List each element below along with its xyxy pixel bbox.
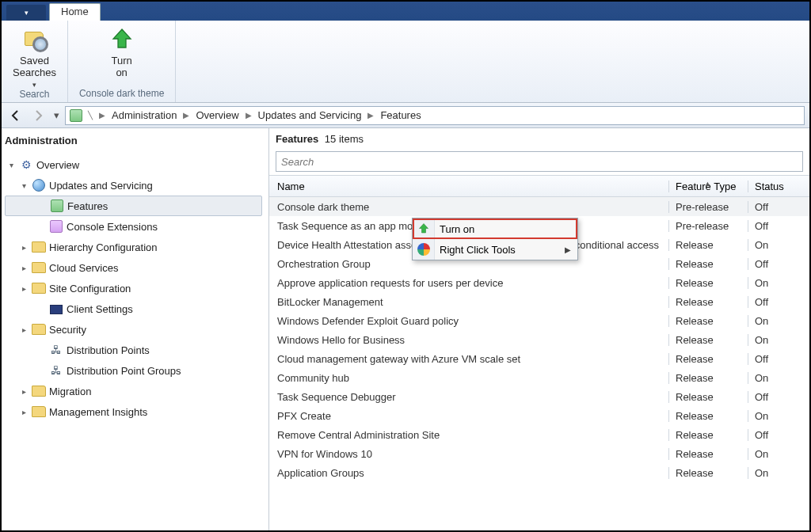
right-click-tools-icon [416,241,432,257]
cell-status: On [748,239,809,251]
extensions-icon [49,219,63,234]
nav-history-button[interactable]: ▾ [51,106,62,125]
cell-type: Release [668,334,748,346]
cell-status: On [748,410,809,422]
tree-node-security[interactable]: ▸Security [5,319,268,340]
folder-icon [32,260,46,275]
titlebar-tabstrip: ▾ Home [2,2,809,21]
cell-name: Windows Defender Exploit Guard policy [269,315,668,327]
table-row[interactable]: Approve application requests for users p… [269,273,809,292]
nav-back-button[interactable] [6,106,25,125]
breadcrumb-item-administration[interactable]: Administration [110,109,178,121]
chevron-right-icon[interactable]: ▶ [181,111,191,120]
cell-type: Release [668,239,748,251]
table-row[interactable]: BitLocker ManagementReleaseOff [269,292,809,311]
folder-icon [32,405,46,419]
search-input[interactable] [276,156,802,168]
tree-node-cloud[interactable]: ▸Cloud Services [5,257,268,278]
ribbon: Saved Searches ▾ Search Turn on Console … [2,21,809,103]
context-item-right-click-tools[interactable]: Right Click Tools ▶ [413,239,577,260]
table-row[interactable]: Windows Defender Exploit Guard policyRel… [269,311,809,330]
tree-node-site-config[interactable]: ▸Site Configuration [5,278,268,298]
cell-type: Release [668,429,748,441]
table-row[interactable]: VPN for Windows 10ReleaseOn [269,444,809,463]
navigation-tree: Administration ▾⚙Overview ▾Updates and S… [2,128,269,530]
cell-type: Pre-release [668,201,748,213]
updates-icon [32,178,46,192]
table-row[interactable]: Task Sequence DebuggerReleaseOff [269,387,809,406]
cell-type: Release [668,315,748,327]
breadcrumb-item-overview[interactable]: Overview [194,109,240,121]
breadcrumb-item-features[interactable]: Features [379,109,422,121]
context-menu: Turn on Right Click Tools ▶ [412,218,578,260]
breadcrumb-item-updates[interactable]: Updates and Servicing [257,109,364,121]
saved-searches-button[interactable]: Saved Searches ▾ [13,24,56,89]
sort-asc-icon: ▲ [704,180,711,188]
distribution-points-icon: 🖧 [49,343,63,357]
content-pane: Features 15 items Name Feature Type▲ Sta… [269,128,809,530]
breadcrumb-sep-icon: ╲ [86,111,94,120]
table-row[interactable]: Community hubReleaseOn [269,368,809,387]
tab-home[interactable]: Home [49,3,101,21]
tree-node-overview[interactable]: ▾⚙Overview [5,154,268,175]
overview-icon: ⚙ [19,158,33,172]
cell-type: Release [668,391,748,403]
ribbon-group-label-dark-theme: Console dark theme [79,88,164,101]
table-row[interactable]: Windows Hello for BusinessReleaseOn [269,330,809,349]
cell-status: Off [748,296,809,308]
cell-status: On [748,277,809,289]
ribbon-group-search: Saved Searches ▾ Search [2,21,68,102]
cell-status: On [748,315,809,327]
table-row[interactable]: PFX CreateReleaseOn [269,406,809,425]
submenu-arrow-icon: ▶ [565,245,571,254]
client-settings-icon [49,302,63,316]
breadcrumb[interactable]: ╲ ▶ Administration ▶ Overview ▶ Updates … [65,106,805,125]
table-row[interactable]: Console dark themePre-releaseOff [269,197,809,216]
chevron-right-icon[interactable]: ▶ [366,111,375,120]
table-row[interactable]: Application GroupsReleaseOn [269,463,809,482]
tree-node-client-settings[interactable]: Client Settings [5,298,268,319]
cell-status: Off [748,353,809,365]
col-header-name[interactable]: Name [269,180,668,192]
cell-status: On [748,372,809,384]
search-box[interactable] [276,151,803,172]
tree-node-features[interactable]: Features [5,196,262,216]
nav-forward-button[interactable] [29,106,48,125]
cell-status: Off [748,429,809,441]
tree-node-updates[interactable]: ▾Updates and Servicing [5,175,268,196]
tree-node-insights[interactable]: ▸Management Insights [5,401,268,422]
cell-type: Release [668,296,748,308]
cell-type: Release [668,448,748,460]
cell-name: Approve application requests for users p… [269,277,668,289]
cell-type: Release [668,277,748,289]
distribution-groups-icon: 🖧 [49,363,63,378]
context-item-turn-on[interactable]: Turn on [413,218,577,239]
cell-status: Off [748,201,809,213]
turn-on-label: Turn on [111,54,131,79]
cell-type: Pre-release [668,220,748,232]
tree-node-distribution-groups[interactable]: 🖧Distribution Point Groups [5,360,268,381]
col-header-status[interactable]: Status [748,180,809,192]
turn-on-button[interactable]: Turn on [109,24,135,79]
app-menu-button[interactable]: ▾ [6,5,46,21]
folder-icon [32,281,46,295]
content-count: 15 items [325,133,364,145]
cell-name: PFX Create [269,410,668,422]
chevron-right-icon[interactable]: ▶ [244,111,253,120]
tree-node-hierarchy[interactable]: ▸Hierarchy Configuration [5,237,268,257]
folder-icon [32,322,46,336]
tree-node-migration[interactable]: ▸Migration [5,381,268,401]
tree-node-distribution-points[interactable]: 🖧Distribution Points [5,340,268,360]
chevron-right-icon[interactable]: ▶ [97,111,107,120]
breadcrumb-root-icon [69,108,83,123]
table-row[interactable]: Remove Central Administration SiteReleas… [269,425,809,444]
cell-type: Release [668,353,748,365]
table-row[interactable]: Cloud management gateway with Azure VM s… [269,349,809,368]
cell-name: Cloud management gateway with Azure VM s… [269,353,668,365]
tree-node-console-extensions[interactable]: Console Extensions [5,216,268,237]
features-icon [50,199,64,213]
col-header-type[interactable]: Feature Type▲ [668,180,748,192]
cell-status: On [748,467,809,479]
cell-type: Release [668,372,748,384]
grid-header: Name Feature Type▲ Status [269,175,809,197]
